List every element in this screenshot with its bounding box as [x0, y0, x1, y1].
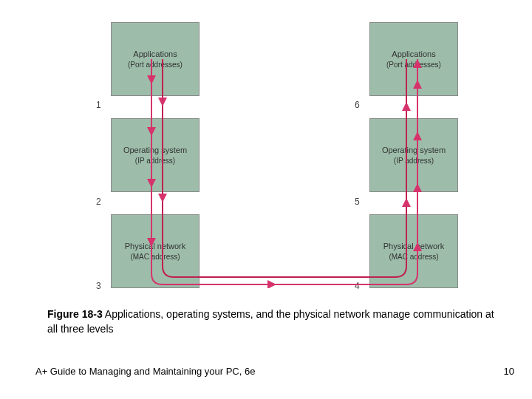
box-left-applications: Applications (Port addresses)	[111, 22, 200, 96]
box-label: Physical network	[125, 241, 186, 251]
box-sublabel: (IP address)	[394, 156, 434, 166]
box-sublabel: (MAC address)	[130, 252, 180, 262]
box-label: Operating system	[382, 145, 446, 155]
step-number-6: 6	[355, 100, 360, 110]
step-number-1: 1	[96, 100, 101, 110]
box-sublabel: (Port addresses)	[128, 60, 183, 69]
box-right-applications: Applications (Port addresses)	[369, 22, 458, 96]
box-right-physical: Physical network (MAC address)	[369, 214, 458, 288]
box-sublabel: (IP address)	[135, 156, 175, 166]
figure-number: Figure 18-3	[47, 308, 103, 320]
box-label: Applications	[133, 49, 177, 59]
footer-book-title: A+ Guide to Managing and Maintaining you…	[35, 366, 255, 377]
diagram-area: Applications (Port addresses) Operating …	[89, 22, 480, 288]
box-left-os: Operating system (IP address)	[111, 118, 200, 192]
box-sublabel: (Port addresses)	[386, 60, 441, 69]
box-right-os: Operating system (IP address)	[369, 118, 458, 192]
box-sublabel: (MAC address)	[389, 252, 438, 262]
step-number-4: 4	[355, 281, 360, 291]
box-label: Physical network	[383, 241, 445, 251]
box-label: Operating system	[123, 145, 187, 155]
figure-caption-text: Applications, operating systems, and the…	[47, 308, 494, 335]
box-label: Applications	[392, 49, 435, 59]
footer-page-number: 10	[504, 366, 514, 377]
box-left-physical: Physical network (MAC address)	[111, 214, 200, 288]
step-number-2: 2	[96, 197, 101, 207]
figure-caption: Figure 18-3 Applications, operating syst…	[47, 307, 498, 336]
step-number-5: 5	[355, 197, 360, 207]
step-number-3: 3	[96, 281, 101, 291]
